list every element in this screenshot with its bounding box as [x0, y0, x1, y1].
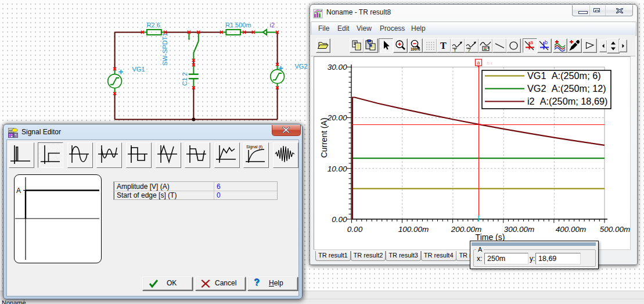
svg-text:a: a	[530, 40, 533, 45]
svg-text:T: T	[454, 48, 456, 52]
svg-text:VG1 A:(250m; 6): VG1 A:(250m; 6)	[527, 70, 601, 81]
svg-text:VG2: VG2	[295, 63, 308, 70]
svg-text:20.00: 20.00	[327, 113, 347, 122]
svg-text:500.00m: 500.00m	[600, 225, 631, 234]
svg-text:b: b	[545, 40, 548, 45]
svg-text:i2 A:(250m; 18,69): i2 A:(250m; 18,69)	[527, 96, 607, 106]
svg-text:i2: i2	[270, 22, 275, 28]
svg-text:VG2 A:(250m; 12): VG2 A:(250m; 12)	[527, 83, 606, 94]
svg-text:400.00m: 400.00m	[556, 225, 587, 234]
svg-text:A: A	[16, 187, 21, 195]
svg-text:VG1: VG1	[132, 66, 145, 73]
svg-text:SW-SPDT1: SW-SPDT1	[161, 33, 168, 66]
svg-text:30.00: 30.00	[328, 63, 347, 71]
svg-text:100%: 100%	[411, 47, 420, 51]
svg-text:R2 6: R2 6	[147, 22, 160, 28]
svg-text:10.00: 10.00	[328, 164, 347, 173]
svg-text:300.00m: 300.00m	[504, 225, 535, 234]
svg-text:x: x	[491, 60, 493, 66]
svg-text:?: ?	[467, 47, 470, 52]
svg-text:Current (A): Current (A)	[319, 117, 329, 158]
svg-text:T: T	[440, 41, 447, 51]
svg-text:0.00: 0.00	[332, 215, 347, 224]
svg-text:b: b	[487, 60, 490, 66]
svg-text:C1 2: C1 2	[181, 72, 188, 85]
svg-text:Signal (t): Signal (t)	[246, 145, 262, 149]
svg-text:R1 500m: R1 500m	[225, 22, 251, 28]
svg-text:a: a	[477, 60, 480, 66]
svg-text:100.00m: 100.00m	[398, 225, 429, 234]
svg-text:0.00: 0.00	[347, 225, 363, 234]
